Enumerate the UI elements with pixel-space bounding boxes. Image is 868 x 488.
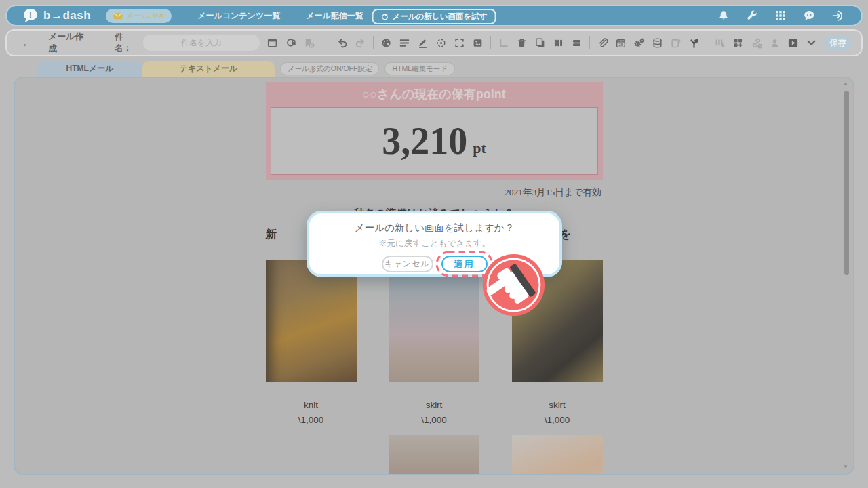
points-value-box: 3,210 pt <box>271 107 598 175</box>
app-window: ! b→dash メール/MA メールコンテンツ一覧 メール配信一覧 メールの新… <box>0 0 868 488</box>
top-navbar: ! b→dash メール/MA メールコンテンツ一覧 メール配信一覧 メールの新… <box>5 5 863 26</box>
product-name: skirt <box>389 400 479 410</box>
points-unit: pt <box>473 140 486 157</box>
product-image-knit[interactable] <box>266 260 357 382</box>
target-select-icon[interactable] <box>435 37 447 49</box>
dialog-message: メールの新しい画面を試しますか？ <box>309 222 559 235</box>
notification-bell-icon[interactable] <box>717 9 730 22</box>
html-edit-mode-button[interactable]: HTML編集モード <box>384 62 455 75</box>
navbar-right-icons <box>717 9 850 22</box>
palette-icon[interactable] <box>380 37 392 49</box>
preview-play-icon[interactable] <box>787 37 799 49</box>
support-chat-icon[interactable] <box>803 9 815 22</box>
contact-person-icon[interactable] <box>769 37 781 49</box>
save-button[interactable]: 保存 <box>824 35 852 51</box>
envelope-icon <box>113 12 123 20</box>
back-button[interactable]: ← <box>22 37 32 49</box>
subtext-left-fragment: 新 <box>266 227 277 242</box>
redo-icon[interactable] <box>355 37 366 49</box>
points-validity-text[interactable]: 2021年3月15日まで有効 <box>266 186 603 199</box>
product-pill-label: メール/MA <box>126 11 164 21</box>
columns-import-icon[interactable] <box>714 37 726 49</box>
layout-frame-icon[interactable] <box>267 37 278 49</box>
product-price: \1,000 <box>266 415 357 425</box>
product-image-socks[interactable] <box>512 435 603 475</box>
fullscreen-icon[interactable] <box>454 37 465 49</box>
blocks-add-icon[interactable] <box>732 37 744 49</box>
logo-bubble-icon: ! <box>23 8 39 23</box>
trash-icon[interactable] <box>516 37 528 49</box>
points-block[interactable]: ○○さんの現在の保有point 3,210 pt <box>266 82 603 180</box>
product-image-coat[interactable] <box>266 435 357 475</box>
product-name: skirt <box>512 400 603 410</box>
subject-input[interactable] <box>143 35 259 51</box>
editor-toolbar: ← メール作成 件名： <box>5 29 863 56</box>
app-grid-icon[interactable] <box>774 9 787 22</box>
copy-icon[interactable] <box>534 37 546 49</box>
product-card[interactable]: knit \1,000 <box>266 260 357 425</box>
mail-type-tabs: HTMLメール テキストメール メール形式のON/OFF設定 HTML編集モード <box>14 61 455 77</box>
page-title: メール作成 <box>48 30 86 55</box>
corner-frame-icon[interactable] <box>498 37 509 49</box>
product-price: \1,000 <box>512 415 603 425</box>
tab-html-mail[interactable]: HTMLメール <box>37 61 142 77</box>
points-value: 3,210 <box>382 119 467 163</box>
columns-icon[interactable] <box>553 37 564 49</box>
pointer-hand-annotation <box>481 253 546 317</box>
nav-item-mail-delivery[interactable]: メール配信一覧 <box>306 10 363 22</box>
link-off-icon[interactable] <box>751 37 762 49</box>
image-icon[interactable] <box>472 37 484 49</box>
scroll-down-arrow[interactable]: ▼ <box>843 464 848 470</box>
align-text-icon[interactable] <box>399 37 410 49</box>
logo-wordmark: b→dash <box>43 9 91 22</box>
nav-item-mail-contents[interactable]: メールコンテンツ一覧 <box>197 10 280 22</box>
undo-icon[interactable] <box>336 37 348 49</box>
cancel-button[interactable]: キャンセル <box>382 256 433 272</box>
product-image-outfit[interactable] <box>389 435 479 475</box>
try-new-screen-button[interactable]: メールの新しい画面を試す <box>372 9 496 24</box>
product-card[interactable]: skirt \1,000 <box>389 260 479 425</box>
apply-button[interactable]: 適用 <box>441 256 488 272</box>
database-icon[interactable] <box>652 37 663 49</box>
product-name: knit <box>266 400 357 410</box>
calendar-icon[interactable]: 28 <box>615 37 627 49</box>
product-image-skirt[interactable] <box>389 260 479 382</box>
points-title: ○○さんの現在の保有point <box>271 82 598 107</box>
product-price: \1,000 <box>389 415 479 425</box>
dialog-note: ※元に戻すこともできます。 <box>309 238 559 249</box>
clipboard-add-icon[interactable] <box>670 37 682 49</box>
product-grid-row-2 <box>266 435 603 475</box>
mail-format-toggle-button[interactable]: メール形式のON/OFF設定 <box>280 62 379 75</box>
pen-icon[interactable] <box>417 37 429 49</box>
bdash-logo[interactable]: ! b→dash <box>23 8 91 23</box>
sign-out-icon[interactable] <box>831 9 844 22</box>
bookmark-schedule-icon[interactable] <box>303 37 315 49</box>
svg-text:!: ! <box>29 9 32 20</box>
refresh-icon <box>381 13 389 21</box>
settings-wrench-icon[interactable] <box>746 9 758 22</box>
attachment-icon[interactable] <box>597 37 608 49</box>
link-lock-icon[interactable] <box>285 37 296 49</box>
subject-label: 件名： <box>115 31 136 54</box>
scrollbar-thumb[interactable] <box>844 91 849 275</box>
rows-icon[interactable] <box>571 37 583 49</box>
svg-text:28: 28 <box>618 42 623 46</box>
scroll-up-arrow[interactable]: ▲ <box>843 81 848 87</box>
chevron-down-icon[interactable] <box>806 37 817 49</box>
email-body: ○○さんの現在の保有point 3,210 pt 2021年3月15日まで有効 … <box>266 82 603 475</box>
product-switcher-mail-ma[interactable]: メール/MA <box>106 9 172 23</box>
product-grid-row-1: knit \1,000 skirt \1,000 skirt \1,000 <box>266 260 603 425</box>
branch-split-icon[interactable] <box>688 37 700 49</box>
gears-icon[interactable] <box>633 37 645 49</box>
tab-text-mail[interactable]: テキストメール <box>142 61 275 77</box>
